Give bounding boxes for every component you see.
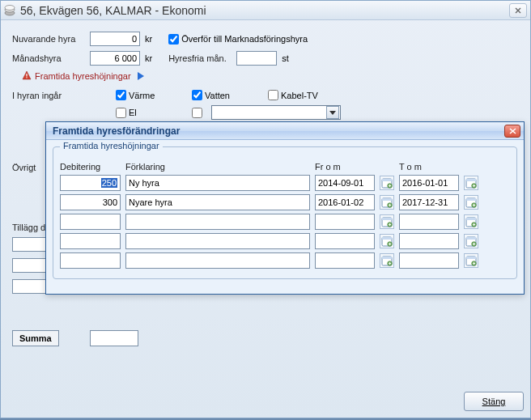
- from-cell[interactable]: 2014-09-01: [315, 175, 375, 191]
- from-cell[interactable]: 2016-01-02: [315, 194, 375, 210]
- debitering-cell[interactable]: 250: [60, 175, 121, 191]
- from-calendar-button[interactable]: [380, 234, 394, 248]
- forklaring-cell[interactable]: Ny hyra: [125, 175, 310, 191]
- hdr-tom: T o m: [399, 162, 459, 172]
- hdr-from: Fr o m: [315, 162, 375, 172]
- kabeltv-checkbox[interactable]: [268, 90, 278, 100]
- tom-cell[interactable]: 2017-12-31: [399, 194, 459, 210]
- varme-label: Värme: [129, 91, 155, 100]
- overfor-checkbox-wrap[interactable]: Överför till Marknadsföringshyra: [168, 34, 308, 45]
- overfor-checkbox[interactable]: [168, 34, 179, 45]
- svg-rect-33: [466, 257, 476, 259]
- calendar-icon: [381, 177, 393, 189]
- summa-label: Summa: [12, 330, 59, 346]
- svg-rect-4: [26, 77, 27, 78]
- from-cell[interactable]: [315, 252, 375, 269]
- svg-rect-6: [382, 179, 392, 181]
- svg-rect-27: [466, 237, 476, 240]
- manadshyra-input[interactable]: [90, 51, 140, 66]
- label-ovrigt: Övrigt: [12, 163, 36, 172]
- svg-rect-3: [26, 74, 27, 77]
- calendar-icon: [465, 255, 477, 266]
- label-hyresfria: Hyresfria mån.: [168, 53, 232, 63]
- stang-button[interactable]: Stäng: [464, 392, 524, 411]
- kabeltv-wrap[interactable]: Kabel-TV: [268, 90, 318, 100]
- hyresfria-input[interactable]: [236, 51, 277, 66]
- from-cell[interactable]: [315, 214, 375, 230]
- dialog-title: Framtida hyresförändringar: [53, 125, 180, 137]
- tom-cell[interactable]: [399, 252, 459, 269]
- calendar-icon: [465, 197, 477, 208]
- kr-unit-1: kr: [145, 34, 152, 44]
- st-unit: st: [282, 53, 289, 63]
- el-checkbox[interactable]: [116, 108, 126, 118]
- varme-checkbox[interactable]: [116, 90, 126, 100]
- varme-wrap[interactable]: Värme: [116, 90, 172, 100]
- el-label: El: [129, 108, 137, 117]
- main-close-button[interactable]: [509, 3, 527, 18]
- forklaring-cell[interactable]: [125, 233, 310, 249]
- tom-cell[interactable]: 2016-01-01: [399, 175, 459, 191]
- debitering-cell[interactable]: [60, 252, 121, 269]
- tom-calendar-button[interactable]: [464, 214, 478, 229]
- tom-cell[interactable]: [399, 233, 459, 249]
- svg-rect-30: [382, 257, 392, 259]
- tom-calendar-button[interactable]: [464, 234, 478, 248]
- chevron-down-icon: [329, 111, 336, 115]
- kr-unit-2: kr: [145, 53, 152, 63]
- svg-rect-24: [382, 237, 392, 240]
- dialog-close-button[interactable]: [504, 125, 520, 138]
- dialog-framtida: Framtida hyresförändringar Framtida hyre…: [45, 121, 525, 295]
- label-tillagg: Tillägg d: [12, 223, 45, 232]
- extra-checkbox[interactable]: [192, 108, 202, 118]
- calendar-icon: [465, 235, 477, 247]
- from-calendar-button[interactable]: [380, 253, 394, 268]
- tom-calendar-button[interactable]: [464, 195, 478, 210]
- forklaring-cell[interactable]: Nyare hyra: [125, 194, 310, 210]
- calendar-icon: [381, 216, 393, 227]
- calendar-icon: [465, 216, 477, 227]
- label-nuvarande-hyra: Nuvarande hyra: [12, 34, 85, 44]
- tom-calendar-button[interactable]: [464, 253, 478, 268]
- tom-calendar-button[interactable]: [464, 176, 478, 190]
- expand-arrow-icon[interactable]: [138, 72, 144, 80]
- dialog-titlebar: Framtida hyresförändringar: [46, 122, 524, 140]
- main-titlebar: 56, Ekvägen 56, KALMAR - Ekonomi: [1, 1, 530, 20]
- calendar-icon: [381, 197, 393, 208]
- warning-text: Framtida hyreshöjningar: [35, 71, 131, 81]
- el-wrap[interactable]: El: [116, 108, 172, 118]
- tillagg-input-2[interactable]: [12, 258, 48, 273]
- debitering-cell[interactable]: [60, 233, 121, 249]
- kabeltv-label: Kabel-TV: [281, 91, 318, 100]
- label-manadshyra: Månadshyra: [12, 53, 85, 63]
- vatten-wrap[interactable]: Vatten: [192, 90, 249, 100]
- extra-wrap[interactable]: [192, 108, 203, 118]
- vatten-checkbox[interactable]: [192, 90, 202, 100]
- from-calendar-button[interactable]: [380, 176, 394, 190]
- tillagg-input-1[interactable]: [12, 237, 48, 252]
- nuvarande-hyra-input[interactable]: [90, 32, 140, 46]
- calendar-icon: [465, 177, 477, 189]
- warning-row[interactable]: Framtida hyreshöjningar: [22, 70, 519, 82]
- warning-icon: [22, 70, 32, 82]
- summa-value: [90, 330, 138, 346]
- from-cell[interactable]: [315, 233, 375, 249]
- tom-cell[interactable]: [399, 214, 459, 230]
- extra-dropdown[interactable]: [211, 105, 341, 120]
- forklaring-cell[interactable]: [125, 252, 310, 269]
- forklaring-cell[interactable]: [125, 214, 310, 230]
- from-calendar-button[interactable]: [380, 195, 394, 210]
- from-calendar-button[interactable]: [380, 214, 394, 229]
- table-row: [60, 252, 510, 269]
- tillagg-input-3[interactable]: [12, 279, 48, 294]
- hdr-debitering: Debitering: [60, 162, 121, 172]
- svg-rect-15: [466, 198, 476, 201]
- debitering-cell[interactable]: [60, 214, 121, 230]
- dropdown-button[interactable]: [326, 106, 339, 119]
- debitering-cell[interactable]: 300: [60, 194, 121, 210]
- button-bar: Stäng: [7, 384, 524, 411]
- calendar-icon: [381, 235, 393, 247]
- table-row: [60, 233, 510, 249]
- window-icon: [4, 5, 15, 16]
- svg-rect-9: [466, 179, 476, 181]
